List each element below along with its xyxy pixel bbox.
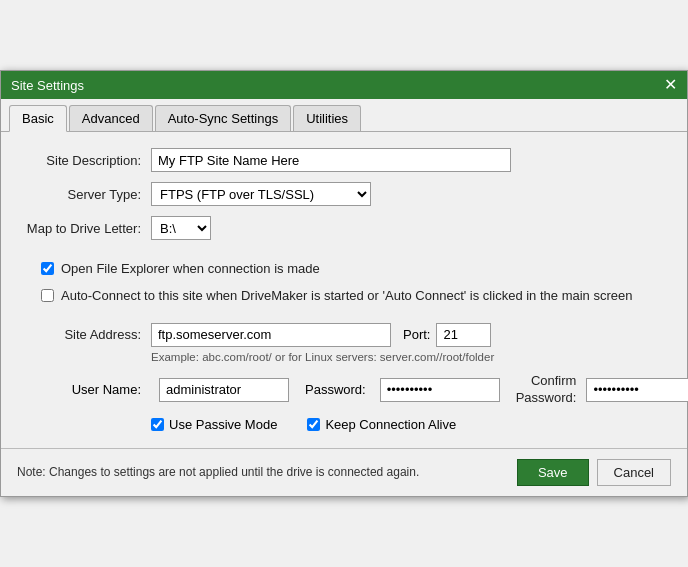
site-address-input[interactable] [151,323,391,347]
passive-mode-label[interactable]: Use Passive Mode [169,417,277,432]
drive-letter-select[interactable]: A:\ B:\ C:\ D:\ [151,216,211,240]
username-input[interactable] [159,378,289,402]
site-description-input[interactable] [151,148,511,172]
tab-utilities[interactable]: Utilities [293,105,361,131]
keep-connection-item: Keep Connection Alive [307,417,456,432]
site-address-row: Site Address: Port: [21,323,667,347]
title-bar: Site Settings ✕ [1,71,687,99]
keep-connection-label[interactable]: Keep Connection Alive [325,417,456,432]
server-type-row: Server Type: FTP FTPS (FTP over TLS/SSL)… [21,182,667,206]
footer: Note: Changes to settings are not applie… [1,448,687,496]
open-file-explorer-label[interactable]: Open File Explorer when connection is ma… [61,260,320,278]
credentials-row: User Name: Password: Confirm Password: [21,373,667,407]
tab-auto-sync[interactable]: Auto-Sync Settings [155,105,292,131]
site-address-label: Site Address: [21,327,151,342]
bottom-checkboxes: Use Passive Mode Keep Connection Alive [21,417,667,432]
tab-bar: Basic Advanced Auto-Sync Settings Utilit… [1,99,687,132]
example-text: Example: abc.com/root/ or for Linux serv… [21,351,667,363]
port-input[interactable] [436,323,491,347]
port-label: Port: [403,327,430,342]
tab-basic[interactable]: Basic [9,105,67,132]
auto-connect-row: Auto-Connect to this site when DriveMake… [21,287,667,305]
username-label: User Name: [21,382,151,397]
auto-connect-checkbox[interactable] [41,289,54,302]
server-type-label: Server Type: [21,187,151,202]
cancel-button[interactable]: Cancel [597,459,671,486]
site-description-label: Site Description: [21,153,151,168]
open-file-explorer-checkbox[interactable] [41,262,54,275]
drive-letter-row: Map to Drive Letter: A:\ B:\ C:\ D:\ [21,216,667,240]
form-content: Site Description: Server Type: FTP FTPS … [1,132,687,447]
auto-connect-label[interactable]: Auto-Connect to this site when DriveMake… [61,287,632,305]
password-label: Password: [305,382,366,397]
tab-advanced[interactable]: Advanced [69,105,153,131]
drive-letter-label: Map to Drive Letter: [21,221,151,236]
keep-connection-checkbox[interactable] [307,418,320,431]
open-file-explorer-row: Open File Explorer when connection is ma… [21,260,667,278]
footer-note: Note: Changes to settings are not applie… [17,465,419,479]
server-type-select[interactable]: FTP FTPS (FTP over TLS/SSL) SFTP [151,182,371,206]
save-button[interactable]: Save [517,459,589,486]
confirm-password-input[interactable] [586,378,688,402]
site-settings-window: Site Settings ✕ Basic Advanced Auto-Sync… [0,70,688,496]
passive-mode-item: Use Passive Mode [151,417,277,432]
footer-buttons: Save Cancel [517,459,671,486]
window-title: Site Settings [11,78,84,93]
close-button[interactable]: ✕ [664,77,677,93]
site-description-row: Site Description: [21,148,667,172]
passive-mode-checkbox[interactable] [151,418,164,431]
confirm-password-label: Confirm Password: [516,373,577,407]
password-input[interactable] [380,378,500,402]
